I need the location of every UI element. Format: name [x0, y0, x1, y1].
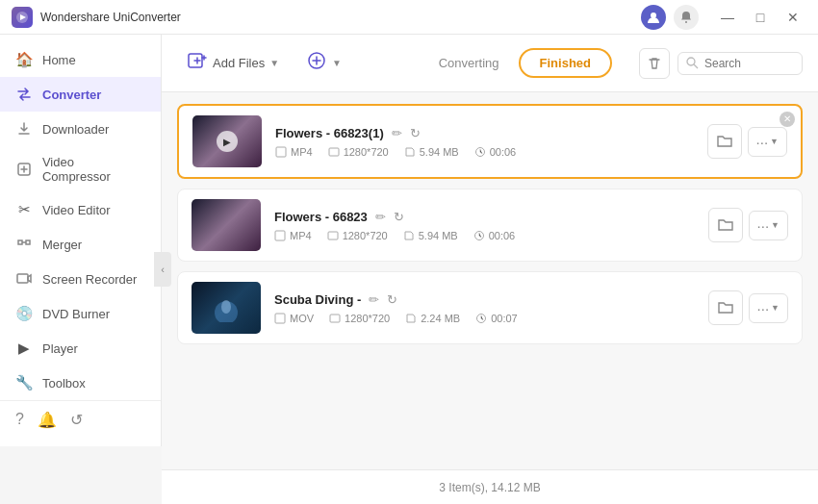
tab-finished[interactable]: Finished	[519, 48, 612, 78]
title-bar: Wondershare UniConverter — □ ✕	[0, 0, 818, 35]
sidebar: 🏠 Home Converter Downloader Video Comp	[0, 35, 162, 446]
sidebar-item-video-compressor[interactable]: Video Compressor	[0, 146, 161, 192]
file-duration-value-3: 00:07	[491, 313, 518, 324]
help-icon[interactable]: ?	[15, 411, 24, 429]
file-actions-2: ··· ▼	[708, 208, 788, 242]
maximize-button[interactable]: □	[747, 7, 774, 28]
open-folder-btn-1[interactable]	[707, 124, 742, 159]
compressor-icon	[15, 161, 33, 178]
file-title-3: Scuba Diving -	[274, 292, 361, 307]
resolution-icon-1	[328, 146, 340, 158]
duration-icon-1	[474, 146, 486, 158]
sidebar-item-converter[interactable]: Converter	[0, 77, 161, 112]
resolution-icon-2	[327, 230, 339, 241]
refresh-btn-3[interactable]: ↻	[387, 292, 397, 307]
refresh-icon[interactable]: ↺	[70, 411, 83, 429]
search-input[interactable]	[704, 57, 791, 70]
file-duration-3: 00:07	[475, 313, 518, 324]
file-item-3: Scuba Diving - ✏ ↻ MOV 1280*720	[177, 271, 803, 344]
svg-rect-5	[17, 274, 28, 283]
bell-icon[interactable]: 🔔	[38, 411, 57, 429]
notification-icon[interactable]	[674, 5, 699, 30]
status-text: 3 Item(s), 14.12 MB	[439, 481, 540, 494]
add-format-button[interactable]: ▼	[296, 44, 351, 82]
file-format-3: MOV	[274, 313, 314, 324]
add-files-label: Add Files	[213, 56, 265, 70]
file-duration-value-1: 00:06	[490, 146, 517, 158]
edit-title-btn-3[interactable]: ✏	[369, 292, 379, 307]
sidebar-item-screen-recorder[interactable]: Screen Recorder	[0, 262, 161, 296]
more-actions-btn-1[interactable]: ··· ▼	[748, 127, 787, 157]
minimize-button[interactable]: —	[714, 7, 741, 28]
file-duration-2: 00:06	[473, 230, 516, 241]
more-chevron-icon-3: ▼	[771, 303, 780, 313]
svg-rect-13	[275, 231, 285, 240]
app-logo	[12, 7, 33, 28]
file-format-value-2: MP4	[290, 230, 312, 241]
toolbar: Add Files ▼ ▼ Converting Finished	[162, 35, 818, 92]
dvd-icon: 💿	[15, 305, 33, 322]
sidebar-label-converter: Converter	[42, 88, 101, 102]
sidebar-label-dvd-burner: DVD Burner	[42, 307, 110, 321]
tab-converting[interactable]: Converting	[420, 50, 519, 76]
svg-rect-14	[328, 232, 338, 239]
delete-button[interactable]	[639, 48, 670, 79]
sidebar-item-player[interactable]: ▶ Player	[0, 331, 161, 365]
edit-title-btn-1[interactable]: ✏	[392, 126, 402, 140]
file-resolution-value-1: 1280*720	[344, 146, 389, 158]
add-files-icon	[187, 50, 208, 76]
sidebar-item-dvd-burner[interactable]: 💿 DVD Burner	[0, 296, 161, 331]
more-actions-btn-2[interactable]: ··· ▼	[749, 211, 788, 240]
open-folder-btn-2[interactable]	[708, 208, 743, 242]
add-files-chevron: ▼	[269, 58, 279, 68]
more-actions-btn-3[interactable]: ··· ▼	[749, 293, 788, 323]
sidebar-item-video-editor[interactable]: ✂ Video Editor	[0, 192, 161, 227]
more-dots-icon-2: ···	[757, 217, 770, 234]
file-resolution-3: 1280*720	[329, 313, 390, 324]
refresh-btn-1[interactable]: ↻	[410, 126, 421, 140]
sidebar-item-toolbox[interactable]: 🔧 Toolbox	[0, 365, 161, 400]
file-item-2: Flowers - 66823 ✏ ↻ MP4 1280*720	[177, 189, 803, 262]
downloader-icon	[15, 120, 33, 138]
close-button[interactable]: ✕	[780, 7, 806, 28]
sidebar-collapse-btn[interactable]: ‹	[154, 252, 171, 287]
file-thumb-1[interactable]: ▶	[192, 115, 262, 167]
merger-icon	[15, 236, 33, 253]
player-icon: ▶	[15, 340, 33, 357]
recorder-icon	[15, 270, 33, 288]
user-icon[interactable]	[641, 5, 666, 30]
sidebar-bottom: ? 🔔 ↺	[0, 400, 161, 439]
svg-line-9	[694, 64, 698, 68]
toolbar-right	[639, 48, 803, 79]
add-format-icon	[306, 50, 327, 76]
sidebar-item-downloader[interactable]: Downloader	[0, 112, 161, 146]
size-icon-1	[404, 146, 416, 158]
file-size-value-2: 5.94 MB	[419, 230, 458, 241]
window-controls: — □ ✕	[714, 7, 806, 28]
file-title-1: Flowers - 66823(1)	[275, 126, 384, 140]
toolbox-icon: 🔧	[15, 374, 33, 391]
sidebar-label-toolbox: Toolbox	[42, 376, 86, 391]
refresh-btn-2[interactable]: ↻	[394, 210, 404, 224]
add-files-button[interactable]: Add Files ▼	[177, 44, 289, 82]
close-item-btn-1[interactable]: ✕	[780, 112, 795, 127]
resolution-icon-3	[329, 313, 341, 324]
format-icon-3	[274, 313, 286, 324]
sidebar-label-video-editor: Video Editor	[42, 203, 111, 217]
sidebar-wrapper: 🏠 Home Converter Downloader Video Comp	[0, 35, 162, 504]
file-thumb-3[interactable]	[192, 282, 261, 334]
more-chevron-icon-2: ▼	[771, 220, 780, 230]
edit-title-btn-2[interactable]: ✏	[375, 210, 386, 224]
duration-icon-2	[473, 230, 485, 241]
play-button-1[interactable]: ▶	[217, 131, 238, 152]
sidebar-item-merger[interactable]: Merger	[0, 227, 161, 262]
sidebar-item-home[interactable]: 🏠 Home	[0, 42, 161, 77]
open-folder-btn-3[interactable]	[708, 290, 743, 325]
duration-icon-3	[475, 313, 487, 324]
tab-bar: Converting Finished	[420, 48, 612, 78]
sidebar-label-screen-recorder: Screen Recorder	[42, 272, 137, 287]
main-layout: 🏠 Home Converter Downloader Video Comp	[0, 35, 818, 504]
file-resolution-2: 1280*720	[327, 230, 388, 241]
file-thumb-2[interactable]	[192, 199, 261, 251]
search-box	[677, 52, 803, 75]
